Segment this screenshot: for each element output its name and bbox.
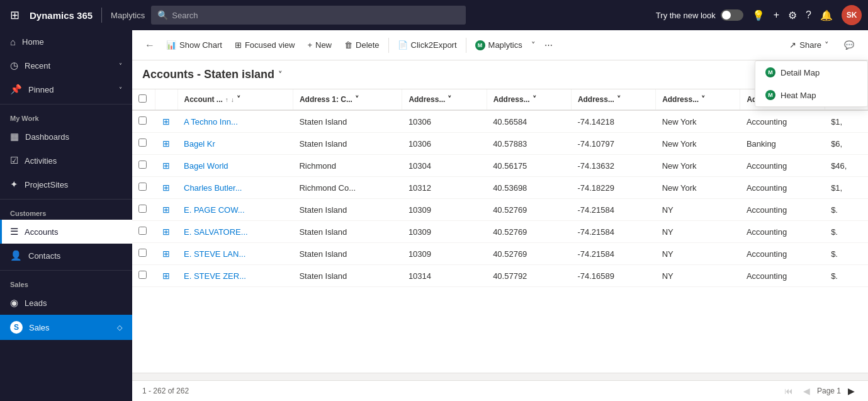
app-name-label: Maplytics	[111, 11, 145, 20]
row-industry: Accounting	[740, 155, 825, 177]
detail-map-icon: M	[765, 67, 775, 77]
accounts-table-container: Account ... ↑ ↓ ˅ Address 1: C... ˅	[132, 89, 868, 373]
row-revenue: $46,	[825, 155, 867, 177]
click2export-button[interactable]: 📄 Click2Export	[392, 33, 463, 57]
help-icon[interactable]: ?	[806, 9, 811, 21]
row-lat: 40.57792	[487, 265, 571, 287]
row-zip: 10309	[402, 243, 487, 265]
contacts-icon: 👤	[10, 250, 22, 261]
delete-button[interactable]: 🗑 Delete	[338, 33, 386, 57]
row-account-name[interactable]: E. STEVE ZER...	[178, 265, 293, 287]
row-zip: 10312	[402, 177, 487, 199]
row-account-name[interactable]: Bagel Kr	[178, 133, 293, 155]
next-page-button[interactable]: ▶	[845, 385, 858, 397]
lightbulb-icon[interactable]: 💡	[752, 9, 765, 21]
detail-map-item[interactable]: M Detail Map	[755, 61, 867, 84]
first-page-button[interactable]: ⏮	[781, 385, 796, 397]
nav-divider	[101, 8, 102, 23]
row-checkbox[interactable]	[138, 161, 147, 169]
sidebar-item-home[interactable]: ⌂ Home	[0, 30, 132, 54]
col-chevron-zip[interactable]: ˅	[448, 95, 451, 104]
sidebar-item-dashboards[interactable]: ▦ Dashboards	[0, 125, 132, 149]
row-checkbox[interactable]	[138, 183, 147, 191]
col-chevron-lon[interactable]: ˅	[617, 95, 621, 104]
horizontal-scrollbar[interactable]	[132, 373, 868, 380]
new-look-toggle[interactable]	[721, 9, 743, 21]
row-account-name[interactable]: E. SALVATORE...	[178, 221, 293, 243]
sidebar-item-leads[interactable]: ◉ Leads	[0, 291, 132, 315]
heat-map-item[interactable]: M Heat Map	[755, 84, 867, 106]
row-checkbox-cell	[132, 133, 155, 155]
search-input[interactable]	[172, 11, 459, 20]
row-checkbox-cell	[132, 221, 155, 243]
col-address-lat[interactable]: Address... ˅	[487, 89, 571, 110]
new-button[interactable]: + New	[301, 33, 338, 57]
col-address-zip[interactable]: Address... ˅	[402, 89, 487, 110]
row-account-name[interactable]: Charles Butler...	[178, 177, 293, 199]
show-chart-button[interactable]: 📊 Show Chart	[160, 33, 228, 57]
select-all-checkbox[interactable]	[138, 94, 147, 103]
dashboards-icon: ▦	[10, 131, 19, 142]
add-icon[interactable]: +	[774, 9, 779, 21]
chat-button[interactable]: 💬	[838, 33, 860, 57]
row-account-name[interactable]: E. PAGE COW...	[178, 199, 293, 221]
sidebar-item-contacts-label: Contacts	[28, 251, 122, 261]
top-nav: ⊞ Dynamics 365 Maplytics 🔍 Try the new l…	[0, 0, 868, 30]
row-checkbox[interactable]	[138, 227, 147, 235]
accounts-table: Account ... ↑ ↓ ˅ Address 1: C... ˅	[132, 89, 868, 287]
search-icon: 🔍	[157, 10, 168, 20]
back-button[interactable]: ←	[140, 33, 160, 57]
row-icon-cell: ⊞	[155, 265, 178, 287]
col-chevron-state[interactable]: ˅	[701, 95, 705, 104]
share-button[interactable]: ↗ Share ˅	[783, 33, 835, 57]
sales-section-label: Sales	[0, 273, 132, 291]
sidebar-item-sales-label: Sales	[29, 323, 111, 332]
more-options-button[interactable]: ⋯	[538, 33, 559, 57]
row-checkbox[interactable]	[138, 205, 147, 213]
row-account-name[interactable]: E. STEVE LAN...	[178, 243, 293, 265]
sidebar-item-contacts[interactable]: 👤 Contacts	[0, 244, 132, 268]
col-address-state[interactable]: Address... ˅	[656, 89, 740, 110]
sidebar-item-accounts[interactable]: ☰ Accounts	[0, 220, 132, 244]
maplytics-dropdown-button[interactable]: ˅	[529, 33, 538, 57]
col-address-city[interactable]: Address 1: C... ˅	[293, 89, 402, 110]
maplytics-button[interactable]: M Maplytics	[469, 33, 529, 57]
col-chevron-lat[interactable]: ˅	[533, 95, 536, 104]
row-account-name[interactable]: Bagel World	[178, 155, 293, 177]
account-type-icon: ⊞	[162, 205, 170, 215]
sidebar-item-pinned[interactable]: 📌 Pinned ˅	[0, 77, 132, 101]
share-icon: ↗	[789, 40, 796, 50]
export-icon: 📄	[398, 40, 408, 50]
sidebar-item-projectsites[interactable]: ✦ ProjectSites	[0, 172, 132, 196]
settings-icon[interactable]: ⚙	[788, 9, 797, 21]
checkbox-col-header[interactable]	[132, 89, 155, 110]
waffle-icon[interactable]: ⊞	[6, 4, 23, 26]
sidebar-item-recent[interactable]: ◷ Recent ˅	[0, 54, 132, 77]
row-checkbox[interactable]	[138, 249, 147, 257]
prev-page-button[interactable]: ◀	[800, 385, 813, 397]
row-icon-cell: ⊞	[155, 177, 178, 199]
focused-view-button[interactable]: ⊞ Focused view	[228, 33, 301, 57]
sales-icon: S	[10, 321, 23, 334]
sidebar-item-activities[interactable]: ☑ Activities	[0, 149, 132, 172]
col-filter-icon[interactable]: ˅	[237, 95, 240, 104]
row-checkbox[interactable]	[138, 116, 147, 125]
col-account[interactable]: Account ... ↑ ↓ ˅	[178, 89, 293, 110]
col-address-lon[interactable]: Address... ˅	[571, 89, 655, 110]
sidebar-item-leads-label: Leads	[25, 298, 122, 308]
row-checkbox[interactable]	[138, 138, 147, 147]
chart-icon: 📊	[166, 40, 176, 50]
sort-up-icon: ↑	[225, 96, 228, 103]
row-checkbox[interactable]	[138, 271, 147, 279]
page-title-chevron[interactable]: ˅	[278, 71, 282, 79]
notifications-icon[interactable]: 🔔	[820, 9, 833, 21]
avatar[interactable]: SK	[842, 5, 862, 25]
row-account-name[interactable]: A Techno Inn...	[178, 110, 293, 133]
main-area: ⌂ Home ◷ Recent ˅ 📌 Pinned ˅ My Work ▦ D…	[0, 30, 868, 401]
row-state: New York	[656, 177, 740, 199]
row-industry: Accounting	[740, 177, 825, 199]
row-lat: 40.52769	[487, 199, 571, 221]
col-chevron-city[interactable]: ˅	[355, 95, 359, 104]
sidebar-item-sales[interactable]: S Sales ◇	[0, 315, 132, 340]
sidebar-item-dashboards-label: Dashboards	[25, 132, 122, 142]
